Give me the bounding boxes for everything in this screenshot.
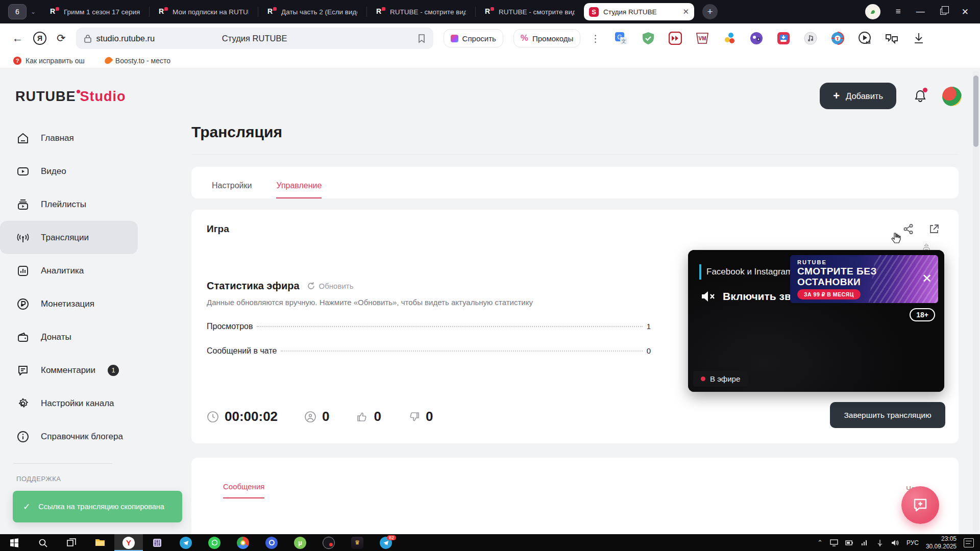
minimize-button[interactable]: —	[916, 7, 925, 17]
open-external-icon[interactable]	[928, 223, 940, 235]
tab-settings[interactable]: Настройки	[212, 181, 252, 198]
telegram-second-icon[interactable]: 82	[372, 534, 400, 551]
tray-battery-icon[interactable]	[845, 539, 853, 546]
more-options-icon[interactable]: ⋮	[591, 33, 600, 44]
browser-tab[interactable]: R Гримм 1 сезон 17 серия	[45, 3, 145, 21]
media-play-extension-icon[interactable]	[857, 31, 872, 46]
gear-icon	[16, 397, 30, 410]
violentmonkey-extension-icon[interactable]: VM	[695, 31, 710, 46]
sidebar-item-home[interactable]: Главная	[0, 121, 138, 155]
tab-close-icon[interactable]: ✕	[680, 7, 689, 16]
obs-icon[interactable]	[314, 534, 343, 551]
browser-tab[interactable]: R Мои подписки на RUTUBE	[154, 3, 254, 21]
sidebar-item-broadcasts[interactable]: Трансляции	[0, 221, 138, 254]
language-indicator[interactable]: РУС	[906, 539, 919, 546]
browser-profile-avatar[interactable]	[865, 4, 880, 19]
tab-counter-badge[interactable]: 6	[8, 4, 27, 19]
sidebar-label: Трансляции	[41, 233, 89, 243]
bookmark-icon[interactable]	[418, 34, 425, 43]
utorrent-icon[interactable]: µ	[286, 534, 314, 551]
live-preview-player[interactable]: Facebook и Instagram за Включить звук RU…	[688, 250, 944, 392]
promocodes-button[interactable]: % Промокоды	[513, 29, 581, 47]
close-button[interactable]: ✕	[962, 7, 969, 17]
taskbar-search-icon[interactable]	[29, 534, 57, 551]
bookmark-item[interactable]: ? Как исправить ош	[13, 57, 85, 65]
live-dot-icon	[701, 377, 705, 381]
bookmark-item[interactable]: Boosty.to - место	[105, 57, 170, 65]
scrollbar-thumb[interactable]	[973, 76, 978, 147]
sidebar-item-donates[interactable]: Донаты	[0, 320, 138, 354]
download-arrow-icon[interactable]	[911, 31, 926, 46]
tray-network-icon[interactable]	[861, 539, 869, 546]
tray-display-icon[interactable]	[830, 539, 838, 546]
flame-icon	[103, 56, 113, 65]
support-heading: ПОДДЕРЖКА	[16, 475, 153, 483]
clock-time: 23:05	[926, 535, 957, 543]
game-app-icon[interactable]: ♛	[343, 534, 372, 551]
browser-menu-icon[interactable]: ≡	[896, 7, 901, 17]
stat-label: Просмотров	[207, 322, 253, 331]
music-note-extension-icon[interactable]	[803, 31, 818, 46]
tab-management[interactable]: Управление	[276, 181, 322, 198]
tray-expand-icon[interactable]: ⌃	[817, 539, 823, 546]
yandex-browser-taskbar-icon[interactable]: Y	[114, 534, 143, 551]
sidebar-item-comments[interactable]: Комментарии 1	[0, 354, 138, 387]
sidebar-item-channel-settings[interactable]: Настройки канала	[0, 387, 138, 420]
rutube-studio-logo[interactable]: RUTUBEStudio	[15, 89, 126, 105]
tab-messages[interactable]: Сообщения	[223, 482, 264, 498]
tray-usb-icon[interactable]	[876, 539, 884, 546]
browser-toolbar: ← Я ⟳ studio.rutube.ru Студия RUTUBE Спр…	[0, 23, 980, 53]
address-bar[interactable]: studio.rutube.ru Студия RUTUBE	[76, 28, 433, 49]
task-view-icon[interactable]	[57, 534, 86, 551]
start-button[interactable]	[0, 534, 29, 551]
refresh-button[interactable]: Обновить	[307, 282, 354, 290]
dotted-leader	[281, 350, 642, 352]
sidebar-item-analytics[interactable]: Аналитика	[0, 254, 138, 287]
browser-tab[interactable]: R Даты часть 2 (Если видео	[262, 3, 362, 21]
end-broadcast-button[interactable]: Завершить трансляцию	[830, 402, 945, 428]
restore-button[interactable]	[940, 9, 946, 15]
taskbar-clock[interactable]: 23:05 30.09.2025	[926, 535, 957, 550]
yandex-home-icon[interactable]: Я	[33, 32, 46, 45]
tray-volume-icon[interactable]	[891, 539, 899, 546]
new-tab-button[interactable]: +	[702, 4, 718, 19]
sidebar-item-monetization[interactable]: Монетизация	[0, 287, 138, 320]
fast-forward-extension-icon[interactable]	[668, 31, 683, 46]
file-explorer-icon[interactable]	[86, 534, 114, 551]
alice-dots-extension-icon[interactable]	[722, 31, 737, 46]
audio-mixer-icon[interactable]	[143, 534, 172, 551]
dislikes-counter: 0	[408, 409, 433, 424]
back-icon[interactable]: ←	[12, 32, 23, 44]
purple-app-extension-icon[interactable]	[749, 31, 764, 46]
browser-tab-active[interactable]: S Студия RUTUBE ✕	[584, 3, 694, 20]
whatsapp-icon[interactable]	[200, 534, 229, 551]
ad-close-icon[interactable]: ✕	[922, 271, 932, 286]
sidebar-item-video[interactable]: Видео	[0, 155, 138, 188]
clips-extension-icon[interactable]	[884, 31, 899, 46]
adguard-shield-icon[interactable]	[641, 31, 656, 46]
savefrom-extension-icon[interactable]	[776, 31, 791, 46]
sidebar-item-playlists[interactable]: Плейлисты	[0, 188, 138, 221]
telegram-icon[interactable]	[172, 534, 200, 551]
share-icon[interactable]	[902, 223, 915, 235]
svg-text:文: 文	[621, 38, 626, 44]
stat-value: 1	[647, 322, 651, 331]
globe-t-extension-icon[interactable]: T	[830, 31, 845, 46]
page-scrollbar[interactable]	[973, 70, 979, 532]
unmute-button[interactable]: Включить звук	[700, 290, 793, 303]
sidebar-item-blogger-guide[interactable]: Справочник блогера	[0, 420, 138, 453]
browser-tab[interactable]: R RUTUBE - смотрите видео	[480, 3, 580, 21]
circle-app-icon[interactable]	[257, 534, 286, 551]
chevron-down-icon[interactable]: ⌄	[31, 8, 36, 15]
ad-banner[interactable]: RUTUBE СМОТРИТЕ БЕЗ ОСТАНОВКИ ЗА 99 ₽ В …	[790, 255, 938, 303]
chrome-icon[interactable]	[229, 534, 257, 551]
browser-tab[interactable]: R RUTUBE - смотрите видео	[371, 3, 471, 21]
page-title: Трансляция	[191, 123, 959, 141]
action-center-icon[interactable]	[964, 538, 974, 547]
sidebar: Главная Видео Плейлисты Трансляции Анали…	[0, 121, 153, 483]
ask-ai-button[interactable]: Спросить	[444, 29, 503, 47]
reload-icon[interactable]: ⟳	[57, 32, 66, 44]
translate-extension-icon[interactable]: G文	[614, 31, 629, 46]
chat-fab-button[interactable]	[901, 486, 939, 524]
ask-ai-label: Спросить	[462, 34, 496, 43]
